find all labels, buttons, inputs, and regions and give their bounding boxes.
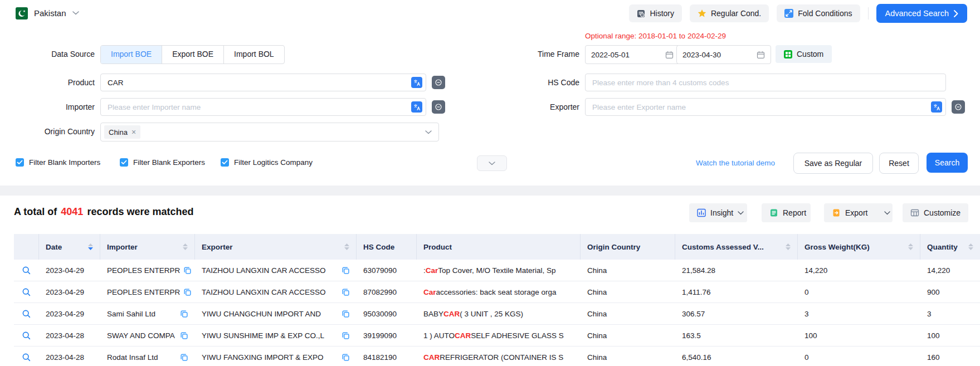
cell-hs-code-text: 87082990 [363, 288, 397, 296]
row-search-icon[interactable] [22, 331, 31, 340]
filter-logistics-company-checkbox[interactable]: Filter Logitics Company [221, 158, 313, 167]
cell-gross-weight: 3 [798, 303, 920, 324]
customize-button[interactable]: Customize [903, 203, 968, 222]
cell-expand [14, 325, 39, 346]
col-header-date[interactable]: Date [39, 234, 100, 260]
cell-origin-country-text: China [587, 310, 607, 318]
row-search-icon[interactable] [22, 309, 31, 319]
calendar-icon[interactable] [665, 51, 674, 59]
cell-date-text: 2023-04-29 [46, 266, 84, 275]
col-header-expand [14, 234, 39, 260]
sort-icons[interactable] [88, 243, 93, 250]
copy-icon[interactable] [180, 310, 188, 318]
history-label: History [650, 9, 674, 18]
copy-icon[interactable] [183, 266, 192, 275]
importer-input[interactable] [100, 98, 426, 116]
filter-label: Filter Logitics Company [234, 158, 313, 167]
search-button[interactable]: Search [927, 153, 968, 173]
insight-button[interactable]: Insight [689, 203, 747, 222]
copy-icon[interactable] [342, 288, 350, 296]
copy-icon[interactable] [342, 353, 350, 362]
copy-icon[interactable] [180, 331, 188, 340]
total-count: 4041 [61, 206, 83, 217]
col-header-label: Date [46, 243, 62, 251]
row-search-icon[interactable] [22, 266, 31, 275]
sort-icons[interactable] [968, 243, 973, 250]
exporter-input[interactable] [585, 98, 946, 116]
date-end-input[interactable]: 2023-04-30 [676, 45, 771, 64]
cell-origin-country-text: China [587, 331, 607, 340]
hs-code-input[interactable] [585, 74, 946, 91]
customize-label: Customize [924, 208, 961, 217]
row-search-icon[interactable] [22, 287, 31, 297]
tab-import-bol[interactable]: Import BOL [223, 46, 284, 64]
tab-import-boe[interactable]: Import BOE [101, 46, 162, 64]
translate-icon[interactable] [411, 101, 422, 113]
col-header-quantity[interactable]: Quantity [920, 234, 980, 260]
col-header-customs-assessed-v[interactable]: Customs Assessed V... [675, 234, 798, 260]
col-header-exporter[interactable]: Exporter [195, 234, 357, 260]
cell-exporter: YIWU FANGXING IMPORT & EXPO [195, 347, 357, 366]
sort-icons[interactable] [786, 243, 791, 250]
origin-country-select[interactable]: China × [100, 123, 439, 141]
tutorial-link[interactable]: Watch the tutorial demo [696, 159, 775, 167]
calendar-icon[interactable] [757, 51, 765, 59]
col-header-label: Origin Country [587, 243, 640, 251]
cell-origin-country-text: China [587, 288, 607, 296]
copy-icon[interactable] [342, 310, 350, 318]
product-input[interactable] [100, 74, 426, 91]
export-button[interactable]: Export [824, 203, 893, 222]
fold-conditions-button[interactable]: Fold Conditions [777, 4, 860, 22]
copy-icon[interactable] [183, 288, 192, 296]
sort-icons[interactable] [183, 243, 188, 250]
table-row: 2023-04-28SWAY AND COMPAYIWU SUNSHIME IM… [14, 325, 980, 347]
exact-match-icon[interactable] [432, 100, 445, 114]
cell-origin-country: China [581, 260, 675, 281]
product-keyword-highlight: CAR [423, 353, 440, 362]
filter-label: Filter Blank Exporters [133, 158, 205, 167]
export-dropdown-chevron-icon[interactable] [884, 211, 890, 215]
cell-gross-weight-text: 0 [805, 288, 809, 296]
tab-export-boe[interactable]: Export BOE [162, 46, 223, 64]
copy-icon[interactable] [342, 331, 350, 340]
col-header-gross-weight-kg[interactable]: Gross Weight(KG) [798, 234, 920, 260]
filter-blank-exporters-checkbox[interactable]: Filter Blank Exporters [120, 158, 205, 167]
sort-icons[interactable] [908, 243, 913, 250]
table-row: 2023-04-29Sami Sahil LtdYIWU CHANGCHUN I… [14, 303, 980, 325]
row-search-icon[interactable] [22, 353, 31, 362]
filter-label: Filter Blank Importers [29, 158, 100, 167]
country-selector[interactable]: Pakistan [16, 0, 79, 26]
regular-cond-label: Regular Cond. [711, 9, 761, 18]
regular-cond-button[interactable]: Regular Cond. [690, 4, 769, 22]
filter-blank-importers-checkbox[interactable]: Filter Blank Importers [16, 158, 100, 167]
exact-match-icon[interactable] [432, 76, 445, 89]
col-header-label: Exporter [202, 243, 233, 251]
cell-gross-weight-text: 0 [805, 353, 809, 362]
cell-hs-code: 87082990 [357, 281, 417, 302]
custom-range-button[interactable]: Custom [776, 45, 832, 63]
report-button[interactable]: Report [762, 203, 811, 222]
translate-icon[interactable] [411, 77, 422, 88]
save-as-regular-button[interactable]: Save as Regular [793, 153, 873, 174]
translate-icon[interactable] [931, 101, 942, 113]
cell-origin-country: China [581, 347, 675, 366]
cell-customs-assessed-value: 1,411.76 [675, 281, 798, 302]
remove-tag-icon[interactable]: × [131, 128, 136, 136]
copy-icon[interactable] [180, 353, 188, 362]
exact-match-icon[interactable] [952, 100, 965, 114]
product-keyword-highlight: Car [423, 288, 436, 296]
sort-icons[interactable] [344, 243, 349, 250]
origin-country-tag-label: China [109, 128, 128, 136]
advanced-search-button[interactable]: Advanced Search [876, 4, 967, 23]
history-button[interactable]: History [629, 4, 682, 22]
col-header-product: Product [417, 234, 581, 260]
date-start-input[interactable]: 2022-05-01 [585, 45, 680, 64]
product-text: SELF ADHESIVE GLASS S [471, 331, 564, 340]
cell-origin-country: China [581, 325, 675, 346]
cell-date: 2023-04-29 [39, 303, 100, 324]
copy-icon[interactable] [342, 266, 350, 275]
product-text: accessories: back seat storage orga [436, 288, 557, 296]
reset-button[interactable]: Reset [879, 153, 919, 174]
col-header-importer[interactable]: Importer [100, 234, 195, 260]
collapse-panel-button[interactable] [477, 155, 507, 171]
